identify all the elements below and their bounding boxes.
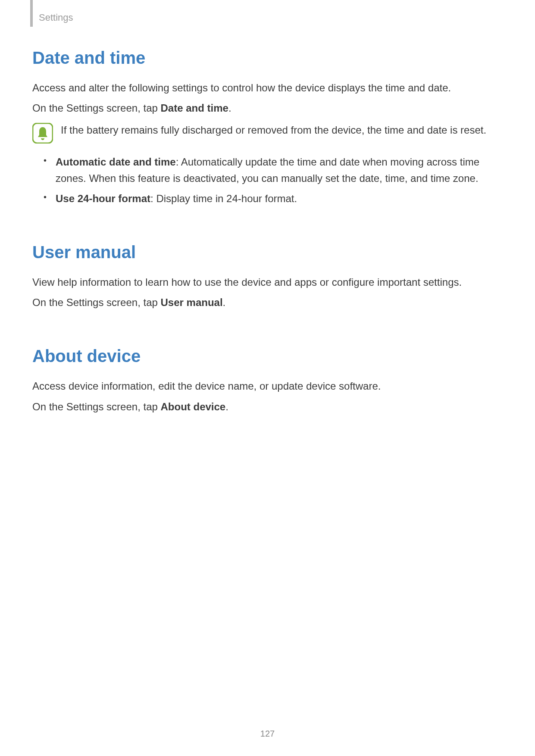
breadcrumb: Settings [39,12,73,23]
user-manual-intro: View help information to learn how to us… [32,274,502,290]
about-device-intro: Access device information, edit the devi… [32,378,502,394]
bell-note-icon [32,123,53,144]
list-item: Automatic date and time: Automatically u… [44,154,502,186]
option-desc: : Display time in 24-hour format. [150,193,297,204]
note-block: If the battery remains fully discharged … [32,122,502,144]
heading-about-device: About device [32,347,502,366]
list-item: Use 24-hour format: Display time in 24-h… [44,191,502,206]
page-number: 127 [0,729,535,739]
nav-suffix: . [223,297,226,308]
page-content: Date and time Access and alter the follo… [32,43,502,419]
nav-bold: About device [161,401,226,412]
nav-prefix: On the Settings screen, tap [32,401,161,412]
date-time-options-list: Automatic date and time: Automatically u… [32,154,502,206]
nav-bold: Date and time [161,102,228,114]
note-text: If the battery remains fully discharged … [61,122,486,138]
nav-bold: User manual [161,297,223,308]
nav-prefix: On the Settings screen, tap [32,102,161,114]
heading-date-and-time: Date and time [32,48,502,68]
nav-suffix: . [228,102,232,114]
nav-suffix: . [225,401,228,412]
date-time-nav: On the Settings screen, tap Date and tim… [32,100,502,116]
heading-user-manual: User manual [32,243,502,262]
option-label: Automatic date and time [56,156,176,168]
nav-prefix: On the Settings screen, tap [32,297,161,308]
about-device-nav: On the Settings screen, tap About device… [32,399,502,415]
option-label: Use 24-hour format [56,193,150,204]
date-time-intro: Access and alter the following settings … [32,80,502,96]
header-accent-bar [30,0,33,27]
user-manual-nav: On the Settings screen, tap User manual. [32,294,502,310]
